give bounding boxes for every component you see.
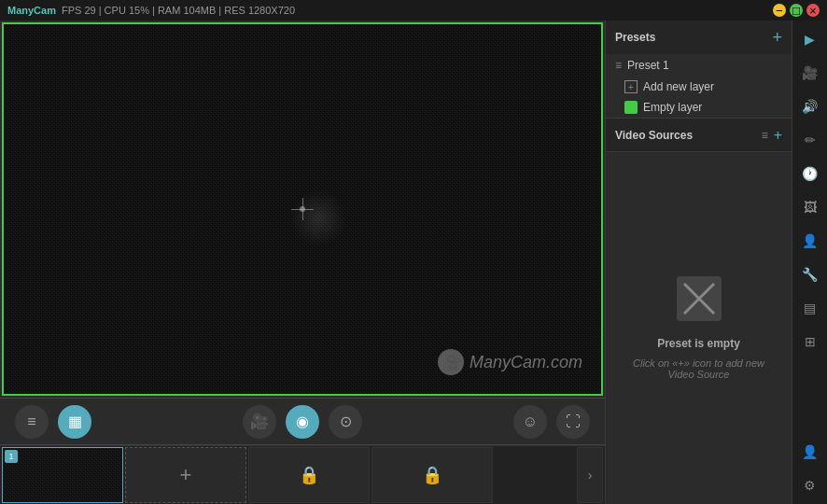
scene-strip: 1 + 🔒 🔒 ›	[0, 445, 605, 504]
presets-header: Presets +	[606, 21, 792, 54]
scene-lock-1[interactable]: 🔒	[248, 447, 370, 503]
stats-bar: FPS 29 | CPU 15% | RAM 104MB | RES 1280X…	[62, 5, 295, 16]
vs-empty-icon	[677, 276, 722, 329]
toolbar-left: ≡ ▦	[15, 405, 91, 439]
next-icon: ›	[588, 468, 593, 483]
snapshot-button[interactable]: ⊙	[329, 405, 362, 439]
scene-add-button[interactable]: +	[125, 447, 246, 503]
add-layer-item[interactable]: + Add new layer	[606, 77, 792, 97]
fullscreen-icon: ⛶	[566, 413, 581, 430]
toolbar-right: ☺ ⛶	[513, 405, 590, 439]
fr-tools-icon[interactable]: 🔧	[795, 259, 825, 289]
fr-people-icon[interactable]: 👤	[795, 226, 825, 256]
toolbar: ≡ ▦ 🎥 ◉ ⊙ ☺	[0, 398, 605, 445]
center-dot	[300, 206, 305, 212]
mask-button[interactable]: ☺	[513, 405, 547, 439]
video-preview: 🎥 ManyCam.com	[2, 22, 603, 396]
watermark-icon: 🎥	[438, 349, 464, 375]
preset-label: Preset 1	[627, 59, 669, 72]
lock-icon-1: 🔒	[299, 465, 319, 485]
fr-camera-icon[interactable]: 🎥	[795, 58, 825, 88]
vs-empty: Preset is empty Click on «+» icon to add…	[606, 152, 792, 504]
preset-item-1[interactable]: ≡ Preset 1	[606, 54, 792, 77]
empty-layer-item[interactable]: Empty layer	[606, 97, 792, 118]
titlebar-left: ManyCam FPS 29 | CPU 15% | RAM 104MB | R…	[7, 5, 295, 16]
scene-noise	[3, 448, 122, 502]
scene-next-button[interactable]: ›	[577, 447, 603, 503]
scenes-button[interactable]: ▦	[58, 405, 91, 439]
fr-settings-icon[interactable]: ⚙	[795, 470, 825, 500]
right-panel: Presets + ≡ Preset 1 + Add new layer Emp…	[605, 21, 792, 504]
close-button[interactable]: ×	[806, 4, 820, 17]
titlebar: ManyCam FPS 29 | CPU 15% | RAM 104MB | R…	[0, 0, 827, 21]
main-layout: 🎥 ManyCam.com ≡ ▦ 🎥 ◉	[0, 21, 827, 504]
empty-layer-label: Empty layer	[643, 101, 702, 114]
layout-icon: ≡	[27, 413, 35, 430]
scene-badge: 1	[5, 450, 18, 463]
add-layer-icon: +	[624, 80, 638, 93]
maximize-button[interactable]: □	[790, 4, 803, 17]
fr-clock-icon[interactable]: 🕐	[795, 159, 825, 189]
app-logo: ManyCam	[7, 5, 56, 16]
fr-scenes-icon[interactable]: ⊞	[795, 327, 825, 357]
fr-audio-icon[interactable]: 🔊	[795, 91, 825, 121]
camera-icon: 🎥	[250, 413, 269, 430]
window-controls: − □ ×	[773, 4, 820, 17]
far-right-panel: ▶ 🎥 🔊 ✏ 🕐 🖼 👤 🔧 ▤ ⊞ 👤 ⚙	[792, 21, 827, 504]
vs-empty-desc: Click on «+» icon to add new Video Sourc…	[621, 357, 777, 380]
layer-green-dot	[624, 101, 638, 114]
watermark: 🎥 ManyCam.com	[438, 349, 582, 375]
toolbar-center: 🎥 ◉ ⊙	[243, 405, 362, 439]
presets-title: Presets	[615, 31, 655, 44]
add-scene-icon: +	[180, 463, 192, 487]
snapshot-icon: ⊙	[340, 413, 352, 430]
scenes-icon: ▦	[68, 413, 82, 430]
layout-button[interactable]: ≡	[15, 405, 49, 439]
vs-empty-title: Preset is empty	[657, 337, 740, 350]
minimize-button[interactable]: −	[773, 4, 786, 17]
fr-broadcast-icon[interactable]: ▶	[795, 24, 825, 54]
fr-layers-icon[interactable]: ▤	[795, 293, 825, 323]
add-layer-label: Add new layer	[643, 80, 714, 93]
fr-images-icon[interactable]: 🖼	[795, 192, 825, 222]
broadcast-button[interactable]: ◉	[286, 405, 319, 439]
watermark-text: ManyCam.com	[470, 353, 582, 372]
camera-button[interactable]: 🎥	[243, 405, 276, 439]
vs-title: Video Sources	[615, 129, 693, 142]
vs-controls: ≡ +	[762, 127, 782, 144]
broadcast-icon: ◉	[296, 413, 309, 430]
presets-section: Presets + ≡ Preset 1 + Add new layer Emp…	[606, 21, 792, 119]
fr-effects-icon[interactable]: ✏	[795, 125, 825, 155]
preset-icon: ≡	[615, 59, 622, 72]
vs-add-icon[interactable]: +	[774, 127, 782, 144]
left-area: 🎥 ManyCam.com ≡ ▦ 🎥 ◉	[0, 21, 605, 504]
presets-add-button[interactable]: +	[772, 29, 782, 46]
vs-list-icon[interactable]: ≡	[762, 129, 768, 142]
fr-avatar-icon[interactable]: 👤	[795, 437, 825, 467]
scene-lock-2[interactable]: 🔒	[371, 447, 493, 503]
fullscreen-button[interactable]: ⛶	[556, 405, 590, 439]
vs-header: Video Sources ≡ +	[606, 119, 792, 152]
mask-icon: ☺	[523, 413, 538, 430]
video-sources-section: Video Sources ≡ + Preset is empty Click …	[606, 119, 792, 504]
lock-icon-2: 🔒	[422, 465, 442, 485]
scene-item-1[interactable]: 1	[2, 447, 123, 503]
